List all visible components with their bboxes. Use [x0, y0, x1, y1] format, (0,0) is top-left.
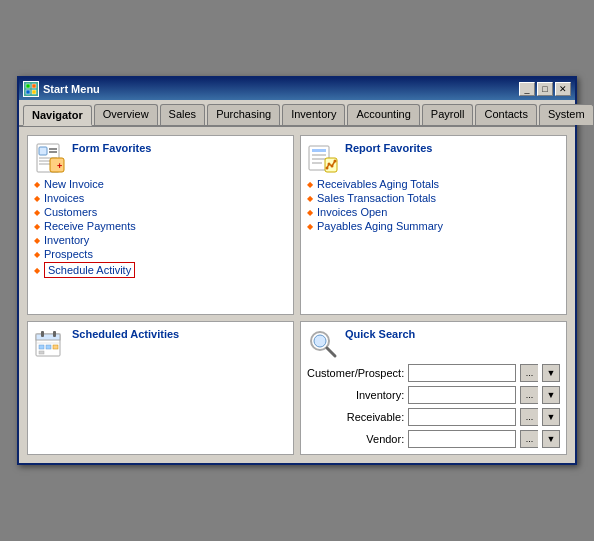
svg-point-33 [314, 335, 326, 347]
svg-rect-1 [32, 84, 36, 88]
list-item: ◆ Prospects [34, 248, 287, 260]
quick-search-header: Quick Search [307, 328, 560, 360]
tab-inventory[interactable]: Inventory [282, 104, 345, 125]
customer-prospect-input[interactable] [408, 364, 516, 382]
invoices-link[interactable]: Invoices [44, 192, 84, 204]
inventory-arrow-button[interactable]: ▼ [542, 386, 560, 404]
vendor-input[interactable] [408, 430, 516, 448]
report-favorites-list: ◆ Receivables Aging Totals ◆ Sales Trans… [307, 178, 560, 232]
svg-rect-26 [53, 331, 56, 337]
sales-transaction-totals-link[interactable]: Sales Transaction Totals [317, 192, 436, 204]
vendor-label: Vendor: [307, 433, 404, 445]
title-bar-buttons: _ □ ✕ [519, 82, 571, 96]
bullet-icon: ◆ [307, 222, 313, 231]
bullet-icon: ◆ [34, 208, 40, 217]
customer-prospect-arrow-button[interactable]: ▼ [542, 364, 560, 382]
inventory-dots-button[interactable]: ... [520, 386, 538, 404]
bullet-icon: ◆ [34, 194, 40, 203]
vendor-dots-button[interactable]: ... [520, 430, 538, 448]
list-item: ◆ Sales Transaction Totals [307, 192, 560, 204]
schedule-activity-highlighted: Schedule Activity [44, 262, 135, 278]
bullet-icon: ◆ [307, 194, 313, 203]
list-item: ◆ Payables Aging Summary [307, 220, 560, 232]
bullet-icon: ◆ [34, 236, 40, 245]
maximize-button[interactable]: □ [537, 82, 553, 96]
svg-rect-2 [26, 90, 30, 94]
tab-system[interactable]: System [539, 104, 594, 125]
tab-bar: Navigator Overview Sales Purchasing Inve… [19, 100, 575, 127]
customer-prospect-dots-button[interactable]: ... [520, 364, 538, 382]
report-favorites-icon [307, 142, 339, 174]
quick-search-panel: Quick Search Customer/Prospect: ... ▼ In… [300, 321, 567, 455]
svg-text:+: + [57, 161, 62, 171]
window-icon [23, 81, 39, 97]
svg-rect-16 [312, 158, 326, 160]
svg-rect-17 [312, 162, 322, 164]
bullet-icon: ◆ [34, 180, 40, 189]
report-favorites-header: Report Favorites [307, 142, 560, 174]
main-window: Start Menu _ □ ✕ Navigator Overview Sale… [17, 76, 577, 465]
inventory-link[interactable]: Inventory [44, 234, 89, 246]
tab-contacts[interactable]: Contacts [475, 104, 536, 125]
inventory-input[interactable] [408, 386, 516, 404]
prospects-link[interactable]: Prospects [44, 248, 93, 260]
minimize-button[interactable]: _ [519, 82, 535, 96]
bullet-icon: ◆ [34, 222, 40, 231]
inventory-label: Inventory: [307, 389, 404, 401]
title-bar: Start Menu _ □ ✕ [19, 78, 575, 100]
list-item: ◆ Inventory [34, 234, 287, 246]
scheduled-activities-icon [34, 328, 66, 360]
svg-rect-14 [312, 149, 326, 152]
tab-sales[interactable]: Sales [160, 104, 206, 125]
svg-point-21 [331, 165, 334, 168]
main-content: + Form Favorites ◆ New Invoice ◆ Invoice… [19, 127, 575, 463]
svg-rect-5 [39, 147, 47, 155]
form-favorites-icon: + [34, 142, 66, 174]
form-favorites-panel: + Form Favorites ◆ New Invoice ◆ Invoice… [27, 135, 294, 315]
vendor-arrow-button[interactable]: ▼ [542, 430, 560, 448]
svg-point-20 [328, 163, 331, 166]
customers-link[interactable]: Customers [44, 206, 97, 218]
tab-navigator[interactable]: Navigator [23, 105, 92, 126]
svg-point-19 [326, 167, 329, 170]
list-item: ◆ Customers [34, 206, 287, 218]
receivable-input[interactable] [408, 408, 516, 426]
svg-rect-28 [39, 345, 44, 349]
scheduled-activities-header: Scheduled Activities [34, 328, 287, 360]
svg-rect-31 [39, 351, 44, 354]
tab-overview[interactable]: Overview [94, 104, 158, 125]
list-item: ◆ Invoices [34, 192, 287, 204]
svg-rect-25 [41, 331, 44, 337]
svg-rect-30 [53, 345, 58, 349]
list-item: ◆ Receivables Aging Totals [307, 178, 560, 190]
tab-payroll[interactable]: Payroll [422, 104, 474, 125]
list-item: ◆ Invoices Open [307, 206, 560, 218]
new-invoice-link[interactable]: New Invoice [44, 178, 104, 190]
bullet-icon: ◆ [34, 250, 40, 259]
panel-grid: + Form Favorites ◆ New Invoice ◆ Invoice… [27, 135, 567, 455]
report-favorites-panel: Report Favorites ◆ Receivables Aging Tot… [300, 135, 567, 315]
form-favorites-title: Form Favorites [72, 142, 151, 154]
receivable-dots-button[interactable]: ... [520, 408, 538, 426]
window-title: Start Menu [43, 83, 519, 95]
quick-search-fields: Customer/Prospect: ... ▼ Inventory: ... … [307, 364, 560, 448]
close-button[interactable]: ✕ [555, 82, 571, 96]
payables-aging-summary-link[interactable]: Payables Aging Summary [317, 220, 443, 232]
receivable-arrow-button[interactable]: ▼ [542, 408, 560, 426]
svg-line-34 [327, 348, 335, 356]
invoices-open-link[interactable]: Invoices Open [317, 206, 387, 218]
receivables-aging-totals-link[interactable]: Receivables Aging Totals [317, 178, 439, 190]
scheduled-activities-title: Scheduled Activities [72, 328, 179, 340]
customer-prospect-label: Customer/Prospect: [307, 367, 404, 379]
list-item: ◆ Receive Payments [34, 220, 287, 232]
list-item: ◆ Schedule Activity [34, 262, 287, 278]
svg-point-22 [334, 160, 337, 163]
form-favorites-list: ◆ New Invoice ◆ Invoices ◆ Customers ◆ R… [34, 178, 287, 278]
receivable-label: Receivable: [307, 411, 404, 423]
receive-payments-link[interactable]: Receive Payments [44, 220, 136, 232]
svg-rect-24 [36, 334, 60, 340]
tab-purchasing[interactable]: Purchasing [207, 104, 280, 125]
schedule-activity-link[interactable]: Schedule Activity [44, 262, 135, 278]
tab-accounting[interactable]: Accounting [347, 104, 419, 125]
list-item: ◆ New Invoice [34, 178, 287, 190]
